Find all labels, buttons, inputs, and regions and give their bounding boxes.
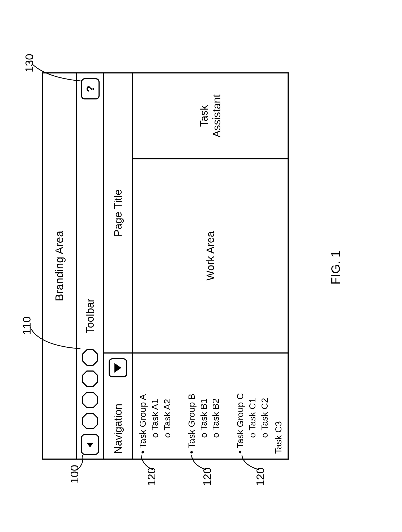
question-mark-icon: ? bbox=[84, 86, 96, 92]
title-row: Navigation Page Title bbox=[104, 73, 133, 459]
triangle-left-icon bbox=[86, 441, 94, 448]
svg-marker-4 bbox=[82, 350, 98, 365]
navigation-header: Navigation bbox=[104, 352, 132, 459]
work-area: Work Area bbox=[133, 158, 288, 352]
navigation-label: Navigation bbox=[112, 404, 124, 454]
navigation-dropdown[interactable] bbox=[109, 358, 127, 377]
callout-130: 130 bbox=[23, 54, 36, 72]
toolbar: Toolbar ? bbox=[77, 73, 104, 459]
page-title: Page Title bbox=[104, 73, 132, 352]
group-title[interactable]: Task Group A bbox=[137, 356, 149, 454]
toolbar-button-3[interactable] bbox=[82, 370, 98, 387]
task-item[interactable]: Task C1 bbox=[246, 356, 259, 438]
callout-120a: 120 bbox=[145, 468, 158, 486]
task-group-a: Task Group A Task A1 Task A2 bbox=[137, 356, 173, 454]
svg-marker-1 bbox=[82, 413, 98, 429]
task-item[interactable]: Task C2 bbox=[259, 356, 271, 438]
branding-area: Branding Area bbox=[43, 73, 77, 459]
task-assistant-pane: Task Assistant bbox=[133, 73, 288, 158]
help-button[interactable]: ? bbox=[81, 78, 100, 99]
task-group-c: Task Group C Task C1 Task C2 bbox=[234, 356, 271, 454]
callout-120c: 120 bbox=[254, 468, 267, 486]
branding-label: Branding Area bbox=[53, 231, 66, 301]
toolbar-button-4[interactable] bbox=[82, 349, 98, 366]
body: Task Group A Task A1 Task A2 Task Group … bbox=[133, 73, 288, 459]
toolbar-button-2[interactable] bbox=[82, 392, 98, 408]
chevron-down-icon bbox=[114, 363, 121, 373]
task-item[interactable]: Task B2 bbox=[210, 356, 222, 438]
task-group-b: Task Group B Task B1 Task B2 bbox=[186, 356, 222, 454]
toolbar-button-1[interactable] bbox=[82, 413, 98, 429]
svg-marker-0 bbox=[87, 443, 93, 447]
callout-120b: 120 bbox=[201, 468, 214, 486]
navigation-pane: Task Group A Task A1 Task A2 Task Group … bbox=[133, 352, 288, 459]
task-item-extra[interactable]: Task C3 bbox=[272, 356, 285, 454]
task-item[interactable]: Task A2 bbox=[161, 356, 173, 438]
task-item[interactable]: Task B1 bbox=[198, 356, 210, 438]
svg-marker-2 bbox=[82, 392, 98, 408]
toolbar-label: Toolbar bbox=[84, 299, 96, 333]
callout-110: 110 bbox=[20, 316, 33, 335]
figure-caption: FIG. 1 bbox=[328, 251, 343, 285]
group-title[interactable]: Task Group B bbox=[186, 356, 198, 454]
task-assistant-label: Task Assistant bbox=[198, 94, 223, 137]
group-title[interactable]: Task Group C bbox=[234, 356, 246, 454]
svg-marker-3 bbox=[82, 371, 98, 386]
app-window: Branding Area Toolbar ? bbox=[42, 72, 289, 460]
back-button[interactable] bbox=[81, 434, 99, 455]
task-item[interactable]: Task A1 bbox=[149, 356, 161, 438]
callout-100: 100 bbox=[68, 465, 81, 483]
